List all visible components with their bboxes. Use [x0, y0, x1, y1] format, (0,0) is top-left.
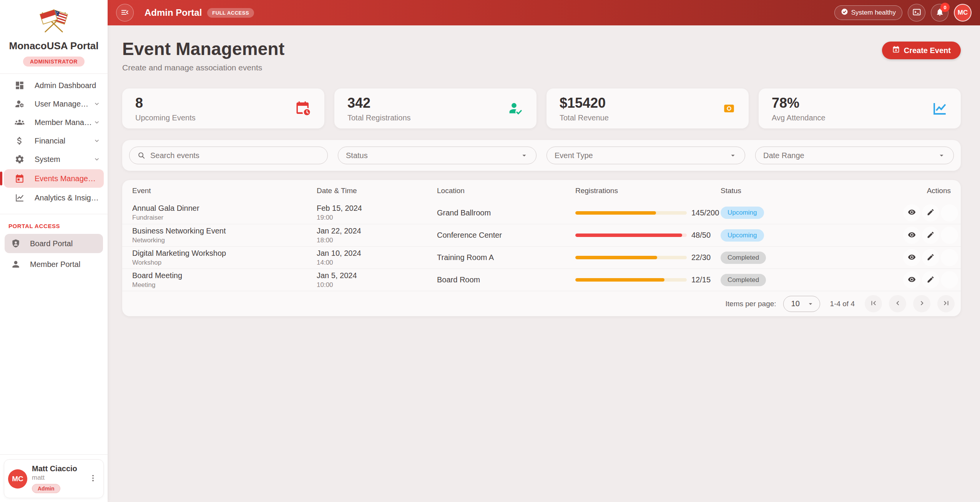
- more-actions-button[interactable]: [941, 227, 958, 244]
- full-access-badge: FULL ACCESS: [207, 8, 254, 18]
- brand-box: MonacoUSA Portal ADMINISTRATOR: [0, 0, 108, 67]
- last-page-icon: [942, 299, 950, 309]
- edit-event-button[interactable]: [922, 227, 939, 244]
- line-chart-icon: [15, 193, 25, 203]
- notifications-button[interactable]: 0: [931, 4, 948, 22]
- eye-icon: [908, 275, 916, 285]
- date-range-filter-select[interactable]: Date Range: [755, 147, 954, 164]
- user-role-badge: Admin: [32, 484, 60, 493]
- registrations-cell: 12/15: [575, 275, 721, 284]
- sidebar-item-admin-dashboard[interactable]: Admin Dashboard: [0, 76, 108, 95]
- menu-open-icon: [120, 8, 130, 18]
- status-badge: Upcoming: [721, 207, 764, 219]
- people-icon: [15, 117, 25, 127]
- column-header: Event: [132, 187, 317, 195]
- first-page-button[interactable]: [865, 295, 882, 312]
- eye-icon: [908, 231, 916, 240]
- chevron-down-icon: [93, 118, 101, 126]
- column-header: Location: [437, 187, 575, 195]
- event-name: Annual Gala Dinner: [132, 204, 317, 213]
- sidebar-item-user-management[interactable]: User Management: [0, 95, 108, 113]
- dollar-icon: [15, 136, 25, 146]
- person-check-icon: [507, 100, 523, 117]
- user-menu-button[interactable]: [86, 472, 100, 485]
- dropdown-arrow-icon: [729, 151, 737, 160]
- sidebar: MonacoUSA Portal ADMINISTRATOR Admin Das…: [0, 0, 108, 502]
- more-actions-button[interactable]: [941, 271, 958, 289]
- table-row: Annual Gala Dinner Fundraiser Feb 15, 20…: [122, 202, 961, 224]
- events-table: Event Date & Time Location Registrations…: [122, 180, 961, 316]
- terminal-button[interactable]: [908, 4, 925, 22]
- event-time: 14:00: [317, 259, 437, 267]
- chevron-down-icon: [93, 137, 101, 145]
- event-date: Jan 22, 2024: [317, 227, 437, 235]
- sidebar-item-board-portal[interactable]: Board Portal: [5, 234, 103, 253]
- registrations-cell: 48/50: [575, 231, 721, 240]
- pencil-icon: [927, 208, 935, 217]
- edit-event-button[interactable]: [922, 271, 939, 289]
- header-avatar[interactable]: MC: [954, 4, 972, 22]
- first-page-icon: [869, 299, 878, 309]
- person-icon: [11, 259, 21, 269]
- sidebar-item-financial[interactable]: Financial: [0, 132, 108, 150]
- view-event-button[interactable]: [903, 249, 920, 266]
- search-input[interactable]: [150, 151, 320, 160]
- edit-event-button[interactable]: [922, 204, 939, 222]
- items-per-page-select[interactable]: 10: [783, 296, 820, 312]
- edit-event-button[interactable]: [922, 249, 939, 266]
- sidebar-toggle-button[interactable]: [116, 4, 134, 22]
- more-actions-button[interactable]: [941, 204, 958, 222]
- registrations-cell: 22/30: [575, 253, 721, 262]
- sidebar-item-member-management[interactable]: Member Manage...: [0, 113, 108, 132]
- event-location: Grand Ballroom: [437, 208, 575, 217]
- sidebar-item-member-portal[interactable]: Member Portal: [5, 255, 103, 274]
- progress-fill: [575, 233, 682, 237]
- next-page-icon: [918, 299, 926, 309]
- sidebar-item-label: Admin Dashboard: [35, 81, 101, 90]
- sidebar-item-label: Events Management: [35, 174, 97, 183]
- user-gear-icon: [15, 99, 25, 109]
- brand-title: MonacoUSA Portal: [0, 40, 108, 52]
- sidebar-item-label: Analytics & Insights: [35, 193, 101, 202]
- status-filter-select[interactable]: Status: [338, 147, 537, 164]
- user-name: Matt Ciaccio: [32, 464, 86, 473]
- app-title: Admin Portal: [145, 7, 202, 18]
- stat-label: Total Registrations: [347, 113, 411, 122]
- view-event-button[interactable]: [903, 271, 920, 289]
- event-location: Conference Center: [437, 231, 575, 240]
- event-type-filter-select[interactable]: Event Type: [546, 147, 745, 164]
- check-circle-icon: [841, 8, 848, 17]
- event-name: Digital Marketing Workshop: [132, 249, 317, 258]
- last-page-button[interactable]: [937, 295, 955, 312]
- next-page-button[interactable]: [913, 295, 930, 312]
- create-event-button[interactable]: Create Event: [882, 42, 961, 59]
- sidebar-item-system[interactable]: System: [0, 150, 108, 168]
- registrations-count: 145/200: [691, 208, 719, 217]
- dropdown-arrow-icon: [807, 300, 814, 308]
- column-header: Date & Time: [317, 187, 437, 195]
- user-card: MC Matt Ciaccio matt Admin: [4, 459, 104, 498]
- progress-fill: [575, 278, 664, 282]
- view-event-button[interactable]: [903, 204, 920, 222]
- avatar: MC: [8, 469, 27, 489]
- sidebar-item-events-management[interactable]: Events Management: [4, 169, 104, 188]
- chevron-down-icon: [93, 155, 101, 163]
- more-actions-button[interactable]: [941, 249, 958, 266]
- page-title: Event Management: [122, 38, 284, 59]
- event-location: Board Room: [437, 275, 575, 284]
- column-header: Registrations: [575, 187, 721, 195]
- status-badge: Completed: [721, 252, 766, 264]
- prev-page-icon: [894, 299, 902, 309]
- sidebar-footer: MC Matt Ciaccio matt Admin: [0, 454, 108, 502]
- stat-value: 342: [347, 95, 411, 111]
- event-time: 19:00: [317, 214, 437, 222]
- view-event-button[interactable]: [903, 227, 920, 244]
- search-field: [129, 147, 328, 164]
- registrations-count: 12/15: [691, 275, 711, 284]
- calendar-icon: [15, 173, 25, 183]
- prev-page-button[interactable]: [889, 295, 906, 312]
- pencil-icon: [927, 253, 935, 262]
- event-type: Networking: [132, 237, 317, 244]
- search-icon: [137, 151, 146, 160]
- sidebar-item-analytics-insights[interactable]: Analytics & Insights: [0, 188, 108, 207]
